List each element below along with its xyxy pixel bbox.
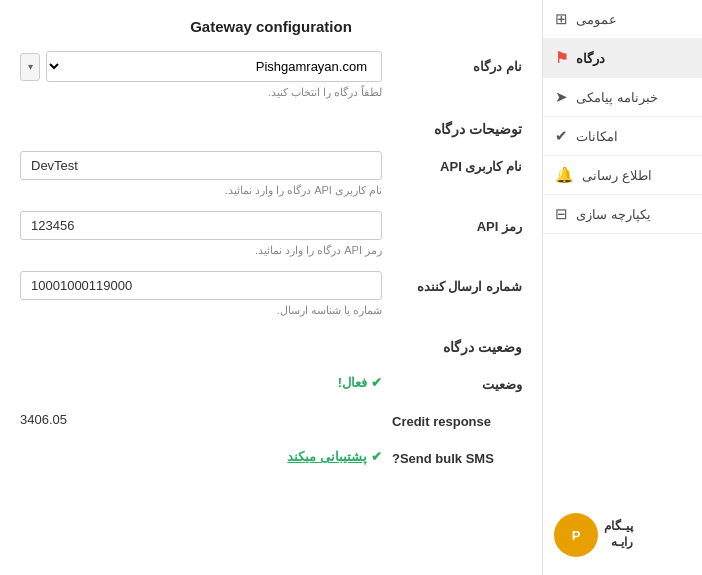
api-username-label: نام کاربری API [382, 151, 522, 174]
gateway-name-select[interactable]: Pishgamrayan.com [46, 51, 382, 82]
status-text: فعال! [338, 375, 367, 390]
features-icon: ✔ [555, 127, 568, 145]
send-bulk-sms-row: ?Send bulk SMS ✔ پشتیبانی میکند [20, 443, 522, 466]
sidebar-label-notifications: اطلاع رسانی [582, 168, 652, 183]
sidebar-item-backup[interactable]: یکپارچه سازی ⊟ [543, 195, 702, 234]
sidebar-item-general[interactable]: عمومی ⊞ [543, 0, 702, 39]
logo-text: پیـگامرایـه [604, 519, 633, 550]
gateway-name-select-wrap: Pishgamrayan.com ▾ [20, 51, 382, 82]
send-bulk-sms-label: ?Send bulk SMS [382, 443, 522, 466]
gateway-desc-row: توضیحات درگاه [20, 113, 522, 137]
sender-number-input[interactable] [20, 271, 382, 300]
gateway-status-section-row: وضعیت درگاه [20, 331, 522, 355]
send-bulk-sms-control: ✔ پشتیبانی میکند [20, 443, 382, 464]
sms-icon: ➤ [555, 88, 568, 106]
svg-text:P: P [572, 528, 581, 543]
select-arrow-icon[interactable]: ▾ [20, 53, 40, 81]
api-username-hint: نام کاربری API درگاه را وارد نمائید. [20, 184, 382, 197]
api-username-row: نام کاربری API نام کاربری API درگاه را و… [20, 151, 522, 197]
api-password-row: رمز API رمز API درگاه را وارد نمائید. [20, 211, 522, 257]
send-bulk-sms-value: ✔ پشتیبانی میکند [20, 443, 382, 464]
bulk-sms-text: پشتیبانی میکند [287, 449, 367, 464]
sidebar-item-gateway[interactable]: درگاه ⚑ [543, 39, 702, 78]
check-icon: ✔ [371, 375, 382, 390]
status-value: ✔ فعال! [20, 369, 382, 390]
gateway-icon: ⚑ [555, 49, 568, 67]
sidebar-label-sms: خبرنامه پیامکی [576, 90, 658, 105]
credit-response-label: Credit response [382, 406, 522, 429]
sidebar-label-features: امکانات [576, 129, 618, 144]
api-password-hint: رمز API درگاه را وارد نمائید. [20, 244, 382, 257]
backup-icon: ⊟ [555, 205, 568, 223]
credit-response-control: 3406.05 [20, 406, 382, 427]
api-password-label: رمز API [382, 211, 522, 234]
sender-number-row: شماره ارسال کننده شماره یا شناسه ارسال. [20, 271, 522, 317]
status-label: وضعیت [382, 369, 522, 392]
gateway-name-row: نام درگاه Pishgamrayan.com ▾ لطفاً درگاه… [20, 51, 522, 99]
logo-icon: P [554, 513, 598, 557]
page-title: Gateway configuration [20, 10, 522, 51]
api-username-control: نام کاربری API درگاه را وارد نمائید. [20, 151, 382, 197]
notifications-icon: 🔔 [555, 166, 574, 184]
sender-number-hint: شماره یا شناسه ارسال. [20, 304, 382, 317]
gateway-name-control: Pishgamrayan.com ▾ لطفاً درگاه را انتخاب… [20, 51, 382, 99]
sidebar-label-gateway: درگاه [576, 51, 605, 66]
sender-number-control: شماره یا شناسه ارسال. [20, 271, 382, 317]
general-icon: ⊞ [555, 10, 568, 28]
api-username-input[interactable] [20, 151, 382, 180]
sidebar-item-sms[interactable]: خبرنامه پیامکی ➤ [543, 78, 702, 117]
status-row: وضعیت ✔ فعال! [20, 369, 522, 392]
sidebar-label-backup: یکپارچه سازی [576, 207, 651, 222]
logo-area: پیـگامرایـه P [542, 505, 702, 565]
bulk-check-icon: ✔ [371, 449, 382, 464]
credit-response-row: Credit response 3406.05 [20, 406, 522, 429]
main-content: Gateway configuration نام درگاه Pishgamr… [0, 0, 542, 575]
status-control: ✔ فعال! [20, 369, 382, 390]
sender-number-label: شماره ارسال کننده [382, 271, 522, 294]
sidebar-item-features[interactable]: امکانات ✔ [543, 117, 702, 156]
sidebar-item-notifications[interactable]: اطلاع رسانی 🔔 [543, 156, 702, 195]
sidebar: عمومی ⊞ درگاه ⚑ خبرنامه پیامکی ➤ امکانات… [542, 0, 702, 575]
logo-svg: P [562, 521, 590, 549]
gateway-desc-label: توضیحات درگاه [382, 113, 522, 137]
api-password-input[interactable] [20, 211, 382, 240]
sidebar-label-general: عمومی [576, 12, 617, 27]
gateway-name-label: نام درگاه [382, 51, 522, 74]
credit-response-value: 3406.05 [20, 406, 382, 427]
gateway-name-hint: لطفاً درگاه را انتخاب کنید. [20, 86, 382, 99]
gateway-status-section-label: وضعیت درگاه [382, 331, 522, 355]
api-password-control: رمز API درگاه را وارد نمائید. [20, 211, 382, 257]
